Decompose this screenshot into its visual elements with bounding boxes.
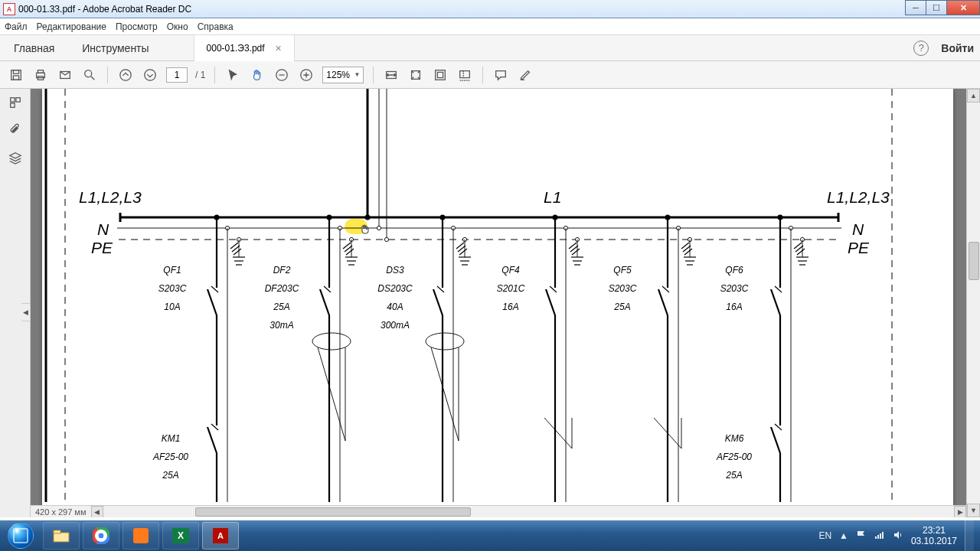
tabs-row: Главная Инструменты 000-01.Э3.pdf × ? Во… [0,35,980,61]
scroll-down-button[interactable]: ▼ [967,504,980,517]
hscroll-left-button[interactable]: ◀ [91,506,103,518]
taskbar: X A EN ▲ 23:21 03.10.2017 [0,520,980,551]
tab-tools[interactable]: Инструменты [68,35,162,61]
print-icon[interactable] [32,67,49,83]
menu-window[interactable]: Окно [167,21,188,32]
scroll-thumb[interactable] [969,242,979,280]
page-up-icon[interactable] [117,67,134,83]
svg-rect-16 [460,70,470,77]
tray-date: 03.10.2017 [911,536,957,546]
bus-l-right: L1,L2,L3 [827,188,890,207]
svg-rect-4 [38,70,43,73]
tray-network-icon[interactable] [874,530,885,543]
svg-line-97 [431,347,459,441]
hand-tool-icon[interactable] [249,67,266,83]
save-icon[interactable] [8,67,24,83]
windows-orb-icon [8,523,34,549]
tray-clock[interactable]: 23:21 03.10.2017 [911,525,957,547]
horizontal-scrollbar[interactable]: 420 x 297 мм ◀ ▶ [31,505,966,517]
show-desktop-button[interactable] [965,520,974,551]
tray-volume-icon[interactable] [893,530,903,543]
vertical-scrollbar[interactable]: ▲ ▼ [966,89,980,517]
tab-document[interactable]: 000-01.Э3.pdf × [194,35,295,61]
km6-label: KM6AF25-0025A [696,427,773,482]
menu-edit[interactable]: Редактирование [37,21,106,32]
taskbar-app-explorer[interactable] [43,522,80,549]
svg-point-34 [365,215,371,220]
svg-rect-142 [54,530,60,533]
tab-close-icon[interactable]: × [276,42,282,54]
login-button[interactable]: Войти [941,42,974,54]
mail-icon[interactable] [57,67,74,83]
bus-n-left: N [97,220,109,239]
svg-rect-0 [11,70,21,80]
taskbar-app-orange[interactable] [122,522,159,549]
svg-rect-15 [438,72,443,77]
bus-pe-left: PE [91,239,113,257]
fit-width-icon[interactable] [383,67,400,83]
zoom-in-icon[interactable] [298,67,315,83]
page-input[interactable] [166,67,188,83]
fit-page-icon[interactable] [407,67,424,83]
select-tool-icon[interactable] [224,67,241,83]
help-icon[interactable]: ? [913,41,929,56]
paper-dimensions: 420 x 297 мм [31,507,91,517]
tab-document-label: 000-01.Э3.pdf [207,43,265,54]
svg-point-95 [426,333,464,350]
page-down-icon[interactable] [142,67,158,83]
tab-home[interactable]: Главная [0,35,68,61]
tray-lang[interactable]: EN [818,530,831,541]
qf6-label: QF6S203C16A [704,259,765,314]
svg-point-41 [377,226,381,230]
scroll-up-button[interactable]: ▲ [967,89,980,103]
svg-point-80 [312,333,351,350]
toolbar: / 1 125%▼ [0,61,980,89]
svg-point-147 [98,533,104,539]
bus-l-mid: L1 [544,188,561,207]
attachments-icon[interactable] [8,122,23,138]
read-mode-icon[interactable] [456,67,473,83]
qf5-label: QF5S203C25A [592,259,653,314]
svg-line-99 [546,289,555,315]
window-titlebar: A 000-01.33.pdf - Adobe Acrobat Reader D… [0,0,980,18]
hscroll-thumb[interactable] [195,507,471,517]
collapse-left-button[interactable]: ◀ [21,303,31,321]
app-icon: A [3,3,15,15]
tray-up-icon[interactable]: ▲ [839,530,848,541]
maximize-button[interactable]: ☐ [926,0,947,15]
zoom-out-icon[interactable] [273,67,290,83]
search-icon[interactable] [81,67,98,83]
layers-icon[interactable] [8,150,23,165]
svg-rect-14 [436,70,446,80]
document-page[interactable]: L1,L2,L3 L1 L1,L2,L3 N PE N PE QF1S203C1… [42,89,953,514]
thumbnails-icon[interactable] [8,95,23,110]
taskbar-app-excel[interactable]: X [162,522,199,549]
comment-icon[interactable] [492,67,509,83]
highlight-icon[interactable] [517,67,534,83]
taskbar-app-acrobat[interactable]: A [202,522,239,549]
svg-line-82 [318,347,345,441]
hscroll-right-button[interactable]: ▶ [954,506,966,518]
svg-rect-2 [13,75,18,79]
close-button[interactable]: ✕ [946,0,980,15]
svg-rect-149 [877,535,879,539]
zoom-select[interactable]: 125%▼ [322,67,364,83]
svg-line-113 [658,289,668,315]
fit-visible-icon[interactable] [432,67,449,83]
bus-l-left: L1,L2,L3 [79,188,142,207]
menu-file[interactable]: Файл [5,21,28,32]
menu-help[interactable]: Справка [198,21,234,32]
tray-flag-icon[interactable] [856,530,867,543]
zoom-value: 125% [326,70,350,80]
minimize-button[interactable]: ─ [905,0,926,15]
svg-point-48 [384,237,388,241]
svg-rect-19 [10,103,14,107]
svg-rect-151 [882,532,884,539]
taskbar-app-chrome[interactable] [83,522,119,549]
qf1-label: QF1S203C10A [142,259,203,314]
start-button[interactable] [0,520,41,551]
svg-line-84 [433,289,443,315]
menu-view[interactable]: Просмотр [116,21,158,32]
svg-rect-18 [15,98,19,102]
system-tray: EN ▲ 23:21 03.10.2017 [812,520,980,551]
